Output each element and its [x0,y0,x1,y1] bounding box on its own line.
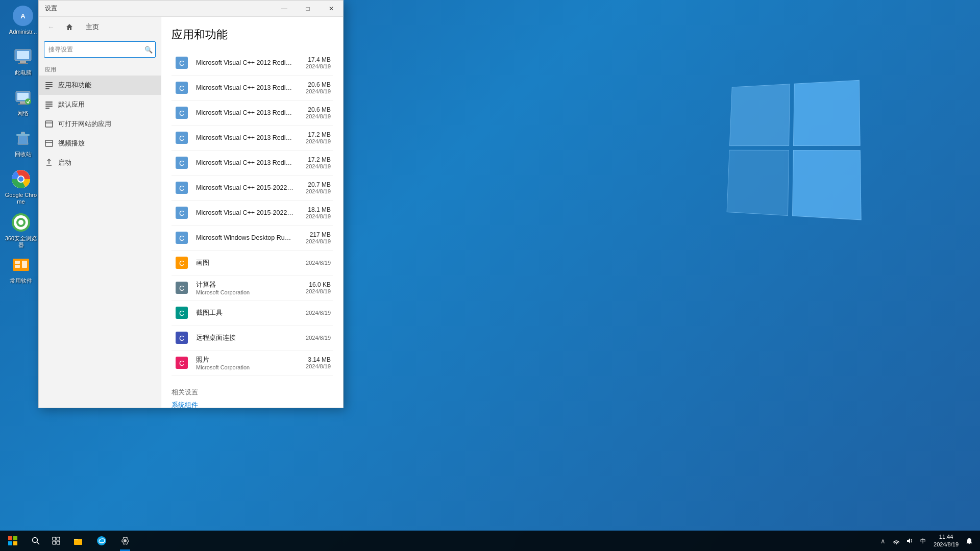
svg-point-16 [18,220,23,225]
desktop-icon-recycle[interactable]: 回收站 [5,128,41,158]
app-name: Microsoft Visual C++ 2013 Redistributabl… [196,109,294,116]
desktop-icon-chrome[interactable]: Google Chrome [3,168,39,205]
open-website-icon [45,120,53,128]
chrome-label: Google Chrome [3,192,39,205]
svg-rect-59 [8,536,12,540]
app-name: Microsoft Windows Desktop Runtime - 8.0.… [196,234,294,241]
app-info: 远程桌面连接 [196,334,300,342]
tray-hidden-icons[interactable]: ∧ [876,531,890,551]
tray-language-icon[interactable]: 中 [916,531,929,551]
svg-text:C: C [179,109,184,117]
app-name: 截图工具 [196,309,300,317]
svg-rect-28 [45,108,50,109]
360browser-label: 360安全浏览器 [3,235,39,248]
app-date: 2024/8/19 [300,188,331,194]
app-size: 17.2 MB [300,131,331,138]
app-list-item[interactable]: C Microsoft Visual C++ 2015-2022 Redistr… [172,176,333,201]
desktop-icon-computer[interactable]: 此电脑 [5,46,41,76]
app-icon: C [174,55,190,71]
search-input[interactable] [44,41,156,58]
sidebar-item-startup[interactable]: 启动 [39,153,161,172]
sidebar-item-default-apps[interactable]: 默认应用 [39,95,161,114]
desktop: A Administr... 此电脑 网络 [0,0,980,551]
app-date: 2024/8/19 [306,310,331,316]
app-date: 2024/8/19 [300,113,331,119]
app-list-item[interactable]: C 照片Microsoft Corporation3.14 MB2024/8/1… [172,350,333,375]
app-right: 20.7 MB2024/8/19 [300,181,331,194]
taskbar-search-button[interactable] [26,531,46,551]
desktop-icon-network[interactable]: 网络 [5,87,41,117]
taskbar-app-edge[interactable] [90,531,113,551]
app-info: Microsoft Visual C++ 2013 Redistributabl… [196,84,294,91]
video-play-label: 视频播放 [58,139,85,148]
tray-network-icon[interactable] [890,531,903,551]
clock-date: 2024/8/19 [934,541,959,548]
computer-icon [12,46,34,67]
svg-rect-25 [45,102,53,103]
app-right: 217 MB2024/8/19 [300,231,331,244]
related-link-system-components[interactable]: 系统组件 [172,402,198,408]
start-button[interactable] [0,531,26,551]
taskbar-app-explorer[interactable] [66,531,90,551]
app-date: 2024/8/19 [300,63,331,69]
desktop-icon-360browser[interactable]: 360安全浏览器 [3,212,39,248]
app-list-item[interactable]: C 画图2024/8/19 [172,251,333,276]
app-list-item[interactable]: C Microsoft Visual C++ 2013 Redistributa… [172,76,333,101]
app-icon: C [174,355,190,371]
minimize-button[interactable]: — [273,1,296,17]
taskbar-taskview-button[interactable] [46,531,66,551]
svg-rect-2 [20,61,26,63]
app-list-item[interactable]: C Microsoft Visual C++ 2013 Redistributa… [172,151,333,176]
maximize-button[interactable]: □ [296,1,320,17]
search-icon[interactable]: 🔍 [144,46,153,54]
app-name: Microsoft Visual C++ 2013 Redistributabl… [196,159,294,166]
tray-notification-icon[interactable] [963,531,976,551]
home-button[interactable] [61,19,78,35]
app-date: 2024/8/19 [300,363,331,369]
svg-text:C: C [179,359,184,367]
svg-rect-66 [57,537,60,540]
taskbar-pinned-apps [66,531,137,551]
desktop-icon-software[interactable]: 常用软件 [3,254,39,284]
back-button[interactable]: ← [43,19,59,35]
app-info: Microsoft Visual C++ 2015-2022 Redistrib… [196,184,294,191]
svg-rect-21 [45,82,53,83]
window-title: 设置 [39,4,273,13]
sidebar-item-open-website[interactable]: 可打开网站的应用 [39,114,161,134]
app-right: 2024/8/19 [306,260,331,266]
svg-text:C: C [179,84,184,92]
svg-text:C: C [179,259,184,267]
app-list-item[interactable]: C 截图工具2024/8/19 [172,300,333,325]
app-size: 20.6 MB [300,81,331,88]
default-apps-label: 默认应用 [58,101,85,109]
app-list-item[interactable]: C Microsoft Visual C++ 2015-2022 Redistr… [172,201,333,226]
taskbar-app-settings[interactable] [113,531,137,551]
software-icon [10,254,32,276]
app-info: Microsoft Visual C++ 2013 Redistributabl… [196,109,294,116]
sidebar-item-video-play[interactable]: 视频播放 [39,134,161,153]
default-apps-icon [45,101,53,109]
svg-rect-61 [8,541,12,545]
taskbar-tray: ∧ 中 11:44 2024/8/19 [876,531,980,551]
360browser-icon [10,212,32,233]
app-list-item[interactable]: C 远程桌面连接2024/8/19 [172,325,333,350]
app-list-item[interactable]: C Microsoft Visual C++ 2013 Redistributa… [172,101,333,126]
app-list-item[interactable]: C Microsoft Visual C++ 2013 Redistributa… [172,126,333,151]
app-info: 照片Microsoft Corporation [196,356,294,370]
svg-rect-1 [17,51,29,59]
app-list-item[interactable]: C Microsoft Windows Desktop Runtime - 8.… [172,226,333,251]
close-button[interactable]: ✕ [320,1,343,17]
window-controls: — □ ✕ [273,1,343,17]
tray-volume-icon[interactable] [903,531,916,551]
app-name: Microsoft Visual C++ 2013 Redistributabl… [196,84,294,91]
app-icon: C [174,230,190,246]
sidebar-item-apps-features[interactable]: 应用和功能 [39,76,161,95]
app-size: 18.1 MB [300,206,331,213]
app-list-item[interactable]: C 计算器Microsoft Corporation16.0 KB2024/8/… [172,276,333,300]
app-icon: C [174,255,190,271]
app-list-item[interactable]: C Microsoft Visual C++ 2012 Redistributa… [172,51,333,76]
tray-clock[interactable]: 11:44 2024/8/19 [929,531,963,551]
desktop-icon-admin[interactable]: A Administr... [5,5,41,35]
sidebar-section-label: 应用 [39,62,161,76]
app-list: C Microsoft Visual C++ 2012 Redistributa… [172,51,333,375]
